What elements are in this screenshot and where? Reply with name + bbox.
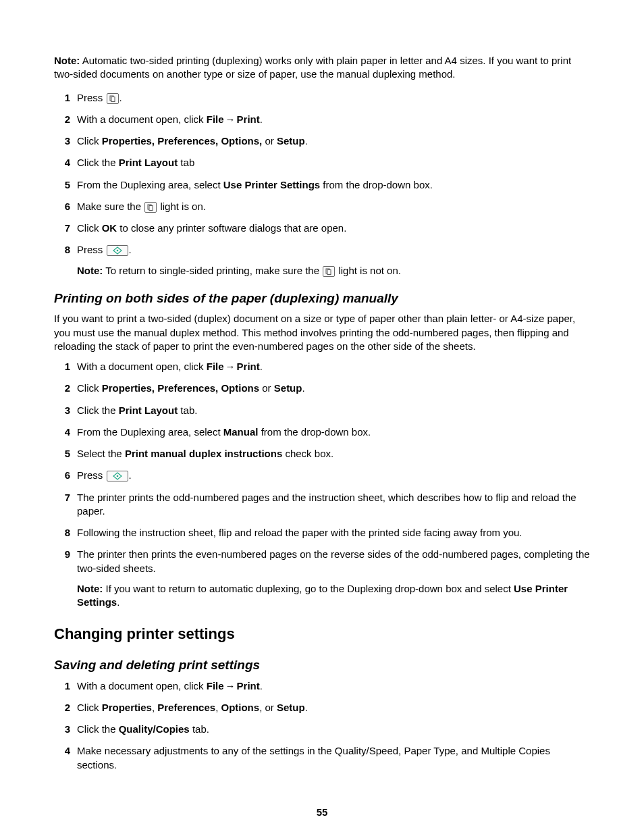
step-item: 5 Select the Print manual duplex instruc… xyxy=(54,447,590,461)
heading-changing-settings: Changing printer settings xyxy=(54,624,590,644)
step-number: 4 xyxy=(54,744,77,758)
step-body: The printer prints the odd-numbered page… xyxy=(77,491,590,519)
page-number: 55 xyxy=(54,806,590,819)
step-item: 2 Click Properties, Preferences, Options… xyxy=(54,701,590,714)
arrow-icon: → xyxy=(225,360,236,373)
manual-duplex-intro: If you want to print a two-sided (duplex… xyxy=(54,312,590,353)
step-number: 4 xyxy=(54,156,77,170)
step-item: 1 With a document open, click File → Pri… xyxy=(54,360,590,373)
step-number: 1 xyxy=(54,679,77,693)
step-body: Click Properties, Preferences, Options o… xyxy=(77,382,590,395)
step-item: 3 Click the Quality/Copies tab. xyxy=(54,723,590,736)
step-item: 4 Click the Print Layout tab xyxy=(54,156,590,170)
step-number: 2 xyxy=(54,113,77,126)
step-body: From the Duplexing area, select Use Prin… xyxy=(77,178,590,192)
step-body: Select the Print manual duplex instructi… xyxy=(77,447,590,461)
step-number: 2 xyxy=(54,701,77,714)
step-body: Press . Note: To return to single-sided … xyxy=(77,243,590,278)
duplex-icon xyxy=(107,93,119,104)
svg-point-9 xyxy=(116,475,118,477)
step-number: 7 xyxy=(54,221,77,235)
step-number: 2 xyxy=(54,382,77,395)
step-body: Make sure the light is on. xyxy=(77,200,590,213)
step-number: 5 xyxy=(54,447,77,461)
step-number: 3 xyxy=(54,723,77,736)
step-item: 6 Press . xyxy=(54,469,590,482)
svg-rect-3 xyxy=(149,205,153,210)
step-item: 7 The printer prints the odd-numbered pa… xyxy=(54,491,590,519)
duplex-icon xyxy=(323,266,335,277)
steps-list-auto: 1 Press . 2 With a document open, click … xyxy=(54,91,590,278)
step-item: 1 Press . xyxy=(54,91,590,105)
heading-save-delete: Saving and deleting print settings xyxy=(54,656,590,674)
step-number: 4 xyxy=(54,425,77,439)
step-item: 7 Click OK to close any printer software… xyxy=(54,221,590,235)
duplex-icon xyxy=(144,202,157,213)
start-button-icon xyxy=(107,471,128,481)
step-item: 5 From the Duplexing area, select Use Pr… xyxy=(54,178,590,192)
step-body: With a document open, click File → Print… xyxy=(77,360,590,373)
step-note: Note: If you want to return to automatic… xyxy=(77,582,590,610)
step-number: 3 xyxy=(54,134,77,148)
step-item: 9 The printer then prints the even-numbe… xyxy=(54,548,590,609)
step-number: 6 xyxy=(54,200,77,213)
step-note: Note: To return to single-sided printing… xyxy=(77,264,590,278)
steps-list-manual: 1 With a document open, click File → Pri… xyxy=(54,360,590,609)
step-number: 1 xyxy=(54,360,77,373)
step-body: Click OK to close any printer software d… xyxy=(77,221,590,235)
step-number: 9 xyxy=(54,548,77,561)
svg-rect-7 xyxy=(327,269,331,274)
intro-note: Note: Automatic two-sided printing (dupl… xyxy=(54,54,590,82)
step-item: 4 Make necessary adjustments to any of t… xyxy=(54,744,590,772)
step-number: 8 xyxy=(54,526,77,540)
step-item: 8 Following the instruction sheet, flip … xyxy=(54,526,590,540)
note-label: Note: xyxy=(54,55,80,66)
step-item: 3 Click the Print Layout tab. xyxy=(54,404,590,417)
step-body: Following the instruction sheet, flip an… xyxy=(77,526,590,540)
step-body: Click the Quality/Copies tab. xyxy=(77,723,590,736)
step-body: Click the Print Layout tab xyxy=(77,156,590,170)
step-body: From the Duplexing area, select Manual f… xyxy=(77,425,590,439)
step-body: Click Properties, Preferences, Options, … xyxy=(77,134,590,148)
step-body: Press . xyxy=(77,469,590,482)
start-button-icon xyxy=(107,245,128,256)
step-body: Click Properties, Preferences, Options, … xyxy=(77,701,590,714)
step-number: 3 xyxy=(54,404,77,417)
step-number: 1 xyxy=(54,91,77,105)
step-body: Press . xyxy=(77,91,590,105)
step-number: 5 xyxy=(54,178,77,192)
step-body: Click the Print Layout tab. xyxy=(77,404,590,417)
step-number: 6 xyxy=(54,469,77,482)
step-body: Make necessary adjustments to any of the… xyxy=(77,744,590,772)
step-item: 8 Press . Note: To return to single-side… xyxy=(54,243,590,278)
step-item: 6 Make sure the light is on. xyxy=(54,200,590,213)
step-body: With a document open, click File → Print… xyxy=(77,679,590,693)
step-body: With a document open, click File → Print… xyxy=(77,113,590,126)
steps-list-settings: 1 With a document open, click File → Pri… xyxy=(54,679,590,772)
svg-rect-1 xyxy=(111,97,115,101)
step-item: 1 With a document open, click File → Pri… xyxy=(54,679,590,693)
step-number: 8 xyxy=(54,243,77,257)
step-body: The printer then prints the even-numbere… xyxy=(77,548,590,609)
step-item: 4 From the Duplexing area, select Manual… xyxy=(54,425,590,439)
heading-manual-duplex: Printing on both sides of the paper (dup… xyxy=(54,290,590,307)
step-item: 2 Click Properties, Preferences, Options… xyxy=(54,382,590,395)
document-page: Note: Automatic two-sided printing (dupl… xyxy=(54,54,590,819)
arrow-icon: → xyxy=(225,113,236,126)
step-item: 2 With a document open, click File → Pri… xyxy=(54,113,590,126)
step-number: 7 xyxy=(54,491,77,504)
note-text: Automatic two-sided printing (duplexing)… xyxy=(54,55,571,80)
step-item: 3 Click Properties, Preferences, Options… xyxy=(54,134,590,148)
arrow-icon: → xyxy=(225,679,236,693)
svg-point-5 xyxy=(116,250,118,252)
